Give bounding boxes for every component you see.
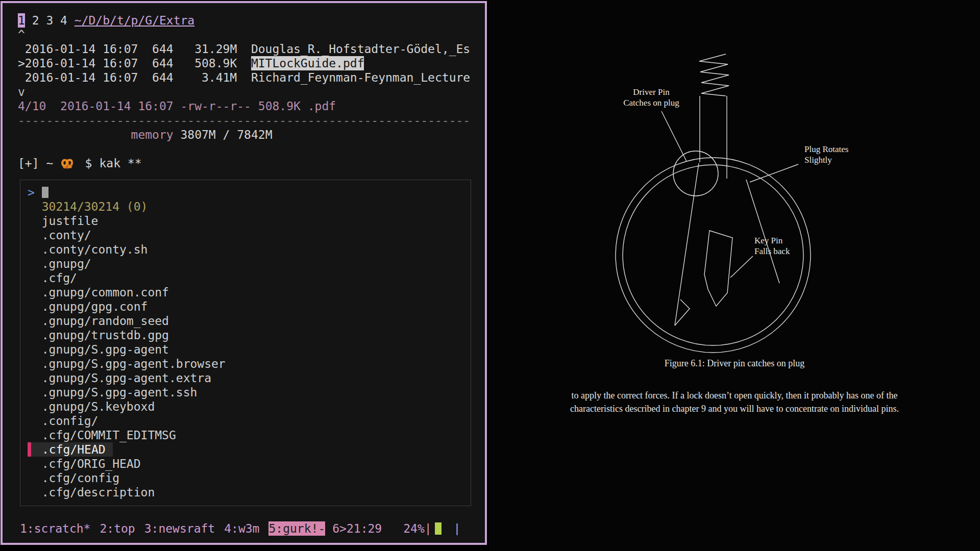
label-key-pin-line2: Falls back xyxy=(754,246,790,256)
picker-item[interactable]: .cfg/COMMIT_EDITMSG xyxy=(28,428,471,442)
picker-item[interactable]: .cfg/ xyxy=(28,271,471,285)
nnn-header: 1234~/D/b/t/p/G/Extra xyxy=(18,13,485,28)
file-date: 2016-01-14 xyxy=(25,42,103,56)
file-name-selected: MITLockGuide.pdf xyxy=(251,56,364,70)
driver-pin-pointer xyxy=(662,111,687,161)
nnn-tab-3[interactable]: 3 xyxy=(46,13,53,28)
file-size: 31.29M xyxy=(174,42,237,56)
file-perm: 644 xyxy=(138,70,173,85)
text-cursor xyxy=(42,187,48,198)
file-date: 2016-01-14 xyxy=(25,70,103,85)
row-cursor xyxy=(18,42,25,56)
file-perm: 644 xyxy=(138,42,173,56)
key-pin-pointer xyxy=(730,256,753,278)
picker-pointer-icon: > xyxy=(28,186,35,199)
picker-item[interactable]: justfile xyxy=(28,214,471,228)
file-time: 16:07 xyxy=(103,42,138,56)
body-line-2: characteristics described in chapter 9 a… xyxy=(489,402,980,415)
pretzel-emoji: 🥨 xyxy=(60,158,74,170)
file-size: 3.41M xyxy=(174,70,237,85)
body-line-1: to apply the correct forces. If a lock d… xyxy=(489,389,980,402)
picker-item[interactable]: .cfg/description xyxy=(28,485,471,499)
memory-label: memory xyxy=(131,128,174,141)
picker-count: 30214/30214 (0) xyxy=(28,199,471,214)
lock-diagram: Driver Pin Catches on plug Plug Rotates … xyxy=(489,0,980,551)
nnn-tab-1[interactable]: 1 xyxy=(18,13,25,28)
picker-item[interactable]: .cfg/config xyxy=(28,471,471,485)
nnn-path: ~/D/b/t/p/G/Extra xyxy=(75,14,194,27)
memory-value: 3807M / 7842M xyxy=(180,128,272,141)
tmux-trailing: | xyxy=(454,521,461,536)
picker-item[interactable]: .gnupg/S.gpg-agent xyxy=(28,342,471,357)
file-perm: 644 xyxy=(138,56,173,70)
file-row-selected[interactable]: >2016-01-1416:07644508.9KMITLockGuide.pd… xyxy=(18,56,485,70)
picker-item[interactable]: .gnupg/ xyxy=(28,257,471,271)
tmux-window-3[interactable]: 3:newsraft xyxy=(144,521,215,536)
prompt-dollar: $ xyxy=(85,157,92,170)
shell-prompt[interactable]: [+]~🥨$kak ** xyxy=(18,156,485,170)
scroll-down-indicator: v xyxy=(18,85,485,99)
memory-line: memory3807M / 7842M xyxy=(18,128,485,142)
prompt-command: kak ** xyxy=(99,157,141,170)
spring-icon xyxy=(699,54,729,96)
picker-item[interactable]: .gnupg/common.conf xyxy=(28,285,471,299)
file-time: 16:07 xyxy=(103,70,138,85)
picker-item[interactable]: .gnupg/S.gpg-agent.extra xyxy=(28,371,471,385)
tmux-status-bar: 1:scratch*2:top3:newsraft4:w3m5:gurk!-6>… xyxy=(20,521,475,536)
picker-item[interactable]: .gnupg/random_seed xyxy=(28,314,471,328)
file-date: 2016-01-14 xyxy=(25,56,103,70)
file-picker: > 30214/30214 (0) justfile .conty/ .cont… xyxy=(20,180,471,506)
picker-item[interactable]: .conty/ xyxy=(28,228,471,242)
plug-rotation-line xyxy=(746,180,779,283)
battery-block-icon xyxy=(435,522,442,535)
tmux-window-2[interactable]: 2:top xyxy=(100,521,135,536)
page-body-text: to apply the correct forces. If a lock d… xyxy=(489,389,980,415)
file-name: Richard_Feynman-Feynman_Lecture xyxy=(251,70,470,85)
prompt-indicator: [+] xyxy=(18,157,39,170)
picker-item[interactable]: .gnupg/gpg.conf xyxy=(28,299,471,314)
label-plug-rotates-line1: Plug Rotates xyxy=(804,144,848,154)
row-cursor xyxy=(18,70,25,85)
terminal-content: 1234~/D/b/t/p/G/Extra ^ 2016-01-1416:076… xyxy=(3,3,485,506)
tmux-window-6[interactable]: 6>21:29 xyxy=(332,521,382,536)
file-name: Douglas_R._Hofstadter-Gödel,_Es xyxy=(251,42,470,56)
tmux-window-1[interactable]: 1:scratch* xyxy=(20,521,90,536)
picker-item[interactable]: .gnupg/S.keyboxd xyxy=(28,399,471,414)
tmux-battery-text: 24%| xyxy=(403,521,431,536)
picker-item[interactable]: .gnupg/S.gpg-agent.ssh xyxy=(28,385,471,399)
label-driver-pin-line1: Driver Pin xyxy=(633,87,670,97)
picker-item[interactable]: .config/ xyxy=(28,414,471,428)
picker-item[interactable]: .gnupg/S.gpg-agent.browser xyxy=(28,357,471,371)
terminal-window: 1234~/D/b/t/p/G/Extra ^ 2016-01-1416:076… xyxy=(1,1,487,545)
picker-item[interactable]: .gnupg/trustdb.gpg xyxy=(28,328,471,342)
file-size: 508.9K xyxy=(174,56,237,70)
file-row[interactable]: 2016-01-1416:0764431.29MDouglas_R._Hofst… xyxy=(18,42,485,56)
nnn-tab-4[interactable]: 4 xyxy=(60,13,67,28)
nnn-tab-2[interactable]: 2 xyxy=(32,13,39,28)
nnn-status-line: 4/10 2016-01-14 16:07 -rw-r--r-- 508.9K … xyxy=(18,99,485,113)
file-time: 16:07 xyxy=(103,56,138,70)
blank-line xyxy=(18,142,485,156)
scroll-up-indicator: ^ xyxy=(18,28,485,42)
label-key-pin-line1: Key Pin xyxy=(754,236,783,245)
tmux-window-5-active[interactable]: 5:gurk!- xyxy=(268,521,325,536)
file-row[interactable]: 2016-01-1416:076443.41MRichard_Feynman-F… xyxy=(18,70,485,85)
row-cursor: > xyxy=(18,56,25,70)
figure-caption: Figure 6.1: Driver pin catches on plug xyxy=(489,358,980,369)
pdf-viewer: Driver Pin Catches on plug Plug Rotates … xyxy=(489,0,980,551)
picker-item[interactable]: .cfg/ORIG_HEAD xyxy=(28,457,471,471)
label-plug-rotates-line2: Slightly xyxy=(804,155,832,165)
prompt-cwd: ~ xyxy=(46,157,54,170)
label-driver-pin-line2: Catches on plug xyxy=(623,98,679,108)
selection-bar xyxy=(28,442,31,457)
tmux-window-4[interactable]: 4:w3m xyxy=(224,521,259,536)
picker-item[interactable]: .conty/conty.sh xyxy=(28,242,471,257)
separator-line: ----------------------------------------… xyxy=(18,113,485,128)
picker-item-selected[interactable]: .cfg/HEAD xyxy=(28,442,471,457)
picker-input[interactable]: > xyxy=(28,185,471,199)
key-pin-shape xyxy=(704,231,732,306)
